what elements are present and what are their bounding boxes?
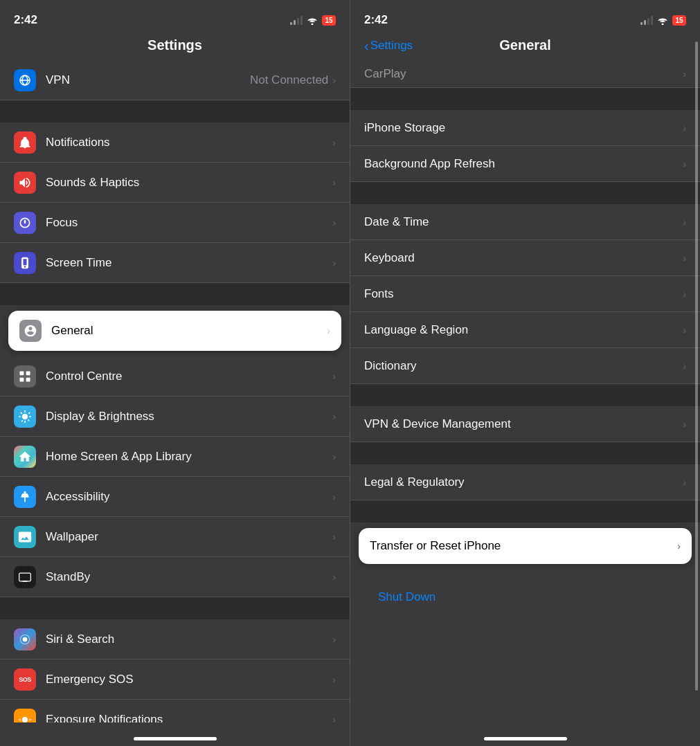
sos-icon: SOS <box>14 668 36 691</box>
svg-rect-3 <box>26 371 30 375</box>
settings-row-general[interactable]: General › <box>8 311 341 351</box>
legal-chevron: › <box>683 477 686 488</box>
svg-point-9 <box>23 637 28 642</box>
settings-row-keyboard[interactable]: Keyboard › <box>350 240 700 276</box>
iphone-storage-chevron: › <box>683 122 686 134</box>
wallpaper-label: Wallpaper <box>46 530 332 544</box>
sounds-chevron: › <box>332 177 336 188</box>
vpn-value: Not Connected <box>250 73 328 87</box>
vpn-device-label: VPN & Device Management <box>364 417 683 431</box>
left-nav-header: Settings <box>0 35 350 60</box>
settings-row-carplay[interactable]: CarPlay › <box>350 60 700 88</box>
notifications-icon <box>14 131 36 154</box>
standby-icon <box>14 566 36 588</box>
exposure-icon <box>14 709 36 723</box>
back-arrow-icon: ‹ <box>364 39 369 53</box>
standby-label: StandBy <box>46 570 332 584</box>
sos-label: Emergency SOS <box>46 673 332 686</box>
right-sep-2 <box>350 182 700 204</box>
sounds-icon <box>14 172 36 194</box>
right-sep-1 <box>350 88 700 110</box>
right-nav-header: ‹ Settings General <box>350 35 700 60</box>
shutdown-container: Shut Down <box>350 570 700 625</box>
screentime-label: Screen Time <box>46 256 332 270</box>
display-chevron: › <box>332 411 336 422</box>
time-right: 2:42 <box>364 13 388 27</box>
homescreen-chevron: › <box>332 451 336 462</box>
transfer-label: Transfer or Reset iPhone <box>370 539 677 553</box>
dictionary-label: Dictionary <box>364 359 683 373</box>
settings-row-homescreen[interactable]: Home Screen & App Library › <box>0 437 350 477</box>
left-panel: 2:42 15 Settings VPN Not Connected <box>0 0 350 746</box>
settings-row-display[interactable]: Display & Brightness › <box>0 397 350 437</box>
settings-row-datetime[interactable]: Date & Time › <box>350 204 700 240</box>
battery-badge-left: 15 <box>322 15 336 26</box>
control-chevron: › <box>332 371 336 382</box>
transfer-chevron: › <box>677 540 681 552</box>
settings-row-sounds[interactable]: Sounds & Haptics › <box>0 163 350 203</box>
settings-row-accessibility[interactable]: Accessibility › <box>0 477 350 517</box>
settings-row-standby[interactable]: StandBy › <box>0 557 350 597</box>
focus-chevron: › <box>332 217 336 228</box>
language-chevron: › <box>683 325 686 336</box>
svg-point-6 <box>24 491 26 493</box>
time-left: 2:42 <box>14 13 37 27</box>
fonts-chevron: › <box>683 289 686 300</box>
right-sep-3 <box>350 384 700 406</box>
right-settings-list: CarPlay › iPhone Storage › Background Ap… <box>350 60 700 722</box>
vpn-chevron: › <box>332 75 336 86</box>
settings-row-siri[interactable]: Siri & Search › <box>0 619 350 659</box>
svg-rect-7 <box>19 573 31 581</box>
siri-chevron: › <box>332 634 336 645</box>
settings-row-fonts[interactable]: Fonts › <box>350 276 700 312</box>
iphone-storage-label: iPhone Storage <box>364 121 683 135</box>
settings-row-screentime[interactable]: Screen Time › <box>0 243 350 283</box>
display-icon <box>14 406 36 428</box>
settings-row-dictionary[interactable]: Dictionary › <box>350 348 700 384</box>
home-indicator-right <box>350 722 700 746</box>
homescreen-label: Home Screen & App Library <box>46 450 332 464</box>
wifi-icon-right <box>657 16 668 25</box>
settings-row-notifications[interactable]: Notifications › <box>0 122 350 163</box>
right-title: General <box>499 37 550 53</box>
settings-row-language[interactable]: Language & Region › <box>350 312 700 348</box>
scrollbar-right <box>695 42 698 691</box>
settings-row-control[interactable]: Control Centre › <box>0 356 350 397</box>
home-bar-right <box>484 737 567 740</box>
home-indicator-left <box>0 722 350 746</box>
language-label: Language & Region <box>364 323 683 337</box>
legal-label: Legal & Regulatory <box>364 475 683 489</box>
settings-row-focus[interactable]: Focus › <box>0 203 350 243</box>
dictionary-chevron: › <box>683 361 686 372</box>
general-icon <box>19 320 42 342</box>
settings-row-bg-refresh[interactable]: Background App Refresh › <box>350 146 700 182</box>
svg-rect-2 <box>20 371 24 375</box>
settings-row-wallpaper[interactable]: Wallpaper › <box>0 517 350 557</box>
settings-row-iphone-storage[interactable]: iPhone Storage › <box>350 110 700 146</box>
back-button[interactable]: ‹ Settings <box>364 39 413 53</box>
fonts-label: Fonts <box>364 287 683 301</box>
screentime-icon <box>14 252 36 274</box>
right-panel: 2:42 15 ‹ Settings General CarPlay › <box>350 0 700 746</box>
wifi-icon <box>307 16 318 25</box>
vpn-device-chevron: › <box>683 419 686 430</box>
left-title: Settings <box>147 37 202 53</box>
battery-badge-right: 15 <box>672 15 686 26</box>
wallpaper-chevron: › <box>332 531 336 543</box>
home-bar-left <box>134 737 217 740</box>
settings-row-sos[interactable]: SOS Emergency SOS › <box>0 659 350 700</box>
standby-chevron: › <box>332 572 336 583</box>
keyboard-label: Keyboard <box>364 251 683 265</box>
shutdown-button[interactable]: Shut Down <box>364 579 686 615</box>
settings-row-vpn[interactable]: VPN Not Connected › <box>0 60 350 100</box>
settings-row-transfer[interactable]: Transfer or Reset iPhone › <box>359 528 692 564</box>
separator-2 <box>0 283 350 305</box>
settings-row-legal[interactable]: Legal & Regulatory › <box>350 464 700 500</box>
wallpaper-icon <box>14 526 36 548</box>
settings-row-exposure[interactable]: Exposure Notifications › <box>0 700 350 722</box>
datetime-chevron: › <box>683 217 686 228</box>
settings-row-vpn-device[interactable]: VPN & Device Management › <box>350 406 700 442</box>
notifications-label: Notifications <box>46 136 332 149</box>
accessibility-chevron: › <box>332 491 336 502</box>
carplay-label: CarPlay <box>364 67 683 81</box>
